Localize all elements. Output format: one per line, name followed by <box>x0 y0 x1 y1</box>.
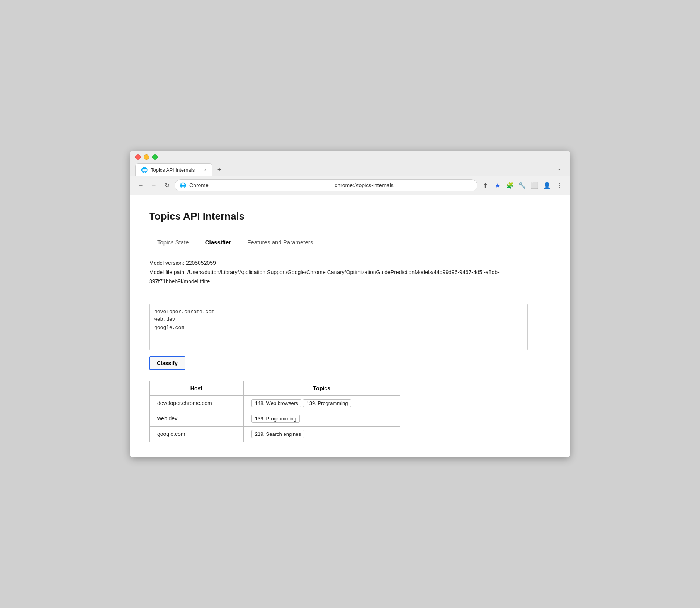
tab-features-params[interactable]: Features and Parameters <box>239 235 321 249</box>
divider <box>149 296 551 296</box>
tab-close-button[interactable]: × <box>204 168 207 172</box>
active-tab[interactable]: 🌐 Topics API Internals × <box>135 163 212 176</box>
share-button[interactable]: ⬆ <box>480 180 491 191</box>
tab-bar: 🌐 Topics API Internals × + ⌄ <box>135 163 565 176</box>
model-version: Model version: 2205052059 <box>149 259 551 268</box>
profile-button[interactable]: 👤 <box>542 180 552 191</box>
address-bar[interactable]: 🌐 Chrome | chrome://topics-internals <box>175 179 477 191</box>
page-title: Topics API Internals <box>149 210 551 222</box>
topic-badge: 219. Search engines <box>251 430 304 438</box>
topic-badge: 139. Programming <box>303 399 351 407</box>
address-url: chrome://topics-internals <box>335 182 472 188</box>
nav-bar: ← → ↻ 🌐 Chrome | chrome://topics-interna… <box>130 176 570 195</box>
new-tab-button[interactable]: + <box>214 164 225 175</box>
address-separator: | <box>330 182 332 188</box>
table-cell-host: developer.chrome.com <box>150 395 244 411</box>
table-cell-host: google.com <box>150 426 244 442</box>
classify-textarea[interactable]: developer.chrome.com web.dev google.com <box>149 304 528 350</box>
split-view-button[interactable]: ⬜ <box>529 180 540 191</box>
col-header-topics: Topics <box>243 381 400 395</box>
browser-window: 🌐 Topics API Internals × + ⌄ ← → ↻ 🌐 Chr… <box>130 151 570 457</box>
model-path: Model file path: /Users/dutton/Library/A… <box>149 268 551 286</box>
table-cell-topics: 219. Search engines <box>243 426 400 442</box>
table-header-row: Host Topics <box>150 381 400 395</box>
profile-extensions-button[interactable]: 🔧 <box>517 180 528 191</box>
tabs-container: Topics State Classifier Features and Par… <box>149 235 551 249</box>
tab-title: Topics API Internals <box>151 167 201 173</box>
tab-globe-icon: 🌐 <box>141 167 148 173</box>
table-row: developer.chrome.com148. Web browsers139… <box>150 395 400 411</box>
tab-topics-state[interactable]: Topics State <box>149 235 197 249</box>
refresh-button[interactable]: ↻ <box>161 180 172 191</box>
tab-dropdown-button[interactable]: ⌄ <box>554 163 565 174</box>
extensions-button[interactable]: 🧩 <box>505 180 515 191</box>
page-content: Topics API Internals Topics State Classi… <box>130 195 570 457</box>
title-bar: 🌐 Topics API Internals × + ⌄ <box>130 151 570 176</box>
nav-actions: ⬆ ★ 🧩 🔧 ⬜ 👤 ⋮ <box>480 180 565 191</box>
topic-badge: 139. Programming <box>251 415 300 423</box>
col-header-host: Host <box>150 381 244 395</box>
bookmark-button[interactable]: ★ <box>492 180 503 191</box>
menu-button[interactable]: ⋮ <box>554 180 565 191</box>
traffic-lights <box>135 154 565 160</box>
results-table: Host Topics developer.chrome.com148. Web… <box>149 381 400 442</box>
address-label: Chrome <box>189 182 327 188</box>
topic-badge: 148. Web browsers <box>251 399 302 407</box>
classify-button[interactable]: Classify <box>149 356 185 370</box>
address-globe-icon: 🌐 <box>180 182 186 188</box>
table-row: google.com219. Search engines <box>150 426 400 442</box>
minimize-button[interactable] <box>144 154 149 160</box>
table-row: web.dev139. Programming <box>150 411 400 426</box>
forward-button[interactable]: → <box>148 180 159 191</box>
table-cell-topics: 139. Programming <box>243 411 400 426</box>
model-info: Model version: 2205052059 Model file pat… <box>149 259 551 286</box>
maximize-button[interactable] <box>152 154 158 160</box>
tab-classifier[interactable]: Classifier <box>197 235 240 249</box>
close-button[interactable] <box>135 154 141 160</box>
back-button[interactable]: ← <box>135 180 146 191</box>
table-cell-topics: 148. Web browsers139. Programming <box>243 395 400 411</box>
table-cell-host: web.dev <box>150 411 244 426</box>
